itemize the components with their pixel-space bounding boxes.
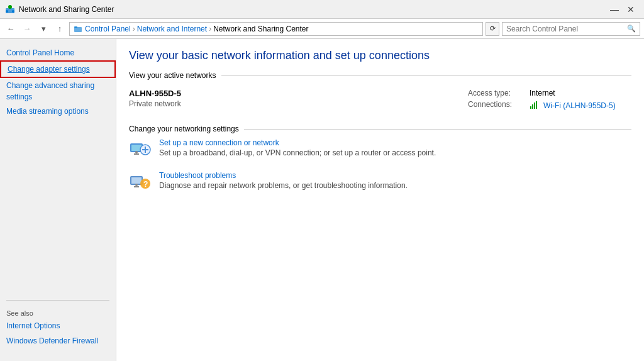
- section-divider: [221, 75, 631, 76]
- connections-label: Connections:: [468, 100, 525, 111]
- svg-rect-6: [530, 106, 531, 109]
- new-connection-text: Set up a new connection or network Set u…: [159, 138, 436, 157]
- content-area: View your basic network information and …: [116, 39, 644, 361]
- troubleshoot-icon: ?: [129, 171, 152, 194]
- network-type: Private network: [129, 99, 468, 108]
- access-type-value: Internet: [530, 89, 555, 97]
- svg-text:?: ?: [143, 180, 148, 189]
- breadcrumb-network-internet[interactable]: Network and Internet: [137, 25, 207, 33]
- search-box: 🔍: [502, 22, 640, 36]
- recent-pages-button[interactable]: ▾: [36, 22, 50, 36]
- search-input[interactable]: [506, 25, 627, 33]
- troubleshoot-item: ? Troubleshoot problems Diagnose and rep…: [129, 171, 631, 194]
- breadcrumb-control-panel[interactable]: Control Panel: [85, 25, 131, 33]
- wifi-bars-icon: [530, 100, 541, 111]
- network-box: ALHN-955D-5 Private network Access type:…: [129, 85, 631, 114]
- up-button[interactable]: ↑: [53, 22, 67, 36]
- sidebar-item-change-adapter-settings[interactable]: Change adapter settings: [0, 60, 116, 78]
- connections-row: Connections: Wi-Fi (ALHN-955D-5): [468, 100, 631, 111]
- active-networks-header: View your active networks: [129, 71, 631, 80]
- address-bar: ← → ▾ ↑ Control Panel › Network and Inte…: [0, 19, 644, 39]
- new-connection-desc: Set up a broadband, dial-up, or VPN conn…: [159, 148, 436, 157]
- svg-rect-4: [74, 27, 82, 32]
- title-bar: Network and Sharing Center — ✕: [0, 0, 644, 19]
- new-connection-link[interactable]: Set up a new connection or network: [159, 138, 436, 147]
- app-icon: [5, 4, 15, 14]
- see-also-title: See also: [0, 306, 116, 318]
- access-type-label: Access type:: [468, 89, 525, 97]
- svg-point-12: [135, 151, 138, 153]
- new-connection-item: Set up a new connection or network Set u…: [129, 138, 631, 161]
- troubleshoot-desc: Diagnose and repair network problems, or…: [159, 181, 408, 190]
- svg-rect-13: [134, 153, 139, 155]
- networking-settings-title: Change your networking settings: [129, 125, 239, 133]
- networking-settings-list: Set up a new connection or network Set u…: [129, 138, 631, 194]
- section-divider-2: [244, 129, 631, 130]
- svg-rect-9: [536, 101, 537, 109]
- networking-settings-header: Change your networking settings: [129, 125, 631, 133]
- svg-rect-19: [134, 186, 139, 187]
- refresh-button[interactable]: ⟳: [486, 22, 499, 36]
- svg-rect-5: [74, 26, 77, 28]
- address-path[interactable]: Control Panel › Network and Internet › N…: [69, 22, 483, 36]
- window-title: Network and Sharing Center: [19, 5, 114, 14]
- svg-point-3: [12, 10, 14, 13]
- sidebar-divider: [6, 300, 109, 301]
- access-type-row: Access type: Internet: [468, 89, 631, 97]
- network-info: ALHN-955D-5 Private network: [129, 89, 468, 108]
- svg-rect-18: [131, 177, 142, 184]
- main-container: Control Panel Home Change adapter settin…: [0, 39, 644, 361]
- folder-icon: [74, 25, 82, 33]
- svg-rect-7: [532, 104, 533, 109]
- sidebar-item-windows-defender-firewall[interactable]: Windows Defender Firewall: [0, 333, 116, 348]
- wifi-connection-link[interactable]: Wi-Fi (ALHN-955D-5): [530, 100, 616, 111]
- sidebar-item-internet-options[interactable]: Internet Options: [0, 318, 116, 333]
- network-access: Access type: Internet Connections:: [468, 89, 631, 111]
- forward-button[interactable]: →: [20, 22, 34, 36]
- active-networks-title: View your active networks: [129, 71, 216, 80]
- troubleshoot-text: Troubleshoot problems Diagnose and repai…: [159, 171, 408, 190]
- sidebar: Control Panel Home Change adapter settin…: [0, 39, 116, 361]
- svg-point-2: [6, 10, 8, 13]
- sidebar-item-control-panel-home[interactable]: Control Panel Home: [0, 45, 116, 60]
- search-icon: 🔍: [627, 25, 636, 33]
- close-button[interactable]: ✕: [623, 3, 639, 16]
- sidebar-item-change-advanced-sharing[interactable]: Change advanced sharing settings: [0, 78, 116, 104]
- breadcrumb-current: Network and Sharing Center: [213, 25, 308, 33]
- svg-point-1: [8, 5, 12, 9]
- sidebar-item-media-streaming[interactable]: Media streaming options: [0, 104, 116, 119]
- network-name: ALHN-955D-5: [129, 89, 468, 98]
- wifi-link-label: Wi-Fi (ALHN-955D-5): [543, 101, 616, 110]
- svg-point-20: [135, 184, 138, 186]
- svg-rect-8: [534, 103, 535, 109]
- new-connection-icon: [129, 138, 152, 161]
- troubleshoot-link[interactable]: Troubleshoot problems: [159, 171, 408, 180]
- page-title: View your basic network information and …: [129, 49, 631, 62]
- minimize-button[interactable]: —: [606, 3, 623, 16]
- window-controls: — ✕: [606, 3, 639, 16]
- back-button[interactable]: ←: [4, 22, 18, 36]
